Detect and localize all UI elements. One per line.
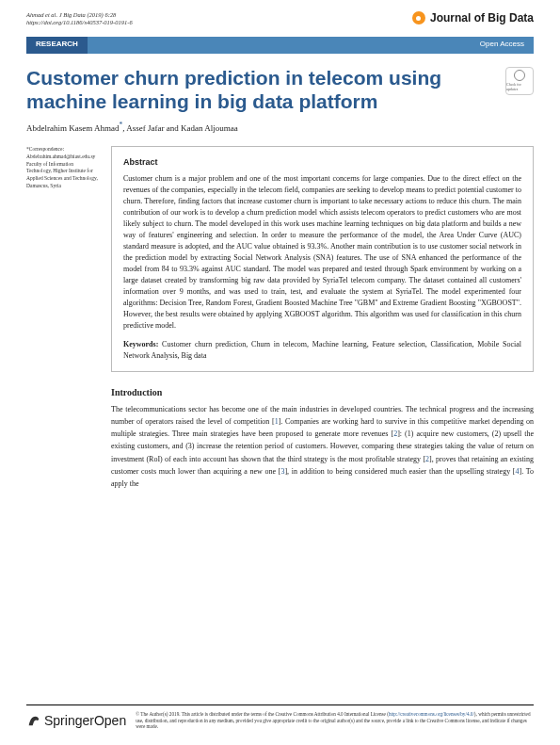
open-access-label: Open Access [88, 37, 534, 54]
content-column: Abstract Customer churn is a major probl… [111, 146, 534, 490]
springer-brand: SpringerOpen [26, 713, 126, 728]
doi: https://doi.org/10.1186/s40537-019-0191-… [26, 19, 133, 25]
springer-horse-icon [26, 713, 41, 728]
abstract-box: Abstract Customer churn is a major probl… [111, 146, 534, 372]
intro-heading: Introduction [111, 387, 534, 397]
corr-label: *Correspondence: [26, 146, 100, 154]
article-type: RESEARCH [26, 37, 88, 54]
journal-brand: Journal of Big Data [412, 11, 534, 24]
authors-rest: , Assef Jafar and Kadan Aljoumaa [122, 123, 237, 133]
citation: Ahmad et al. J Big Data (2019) 6:28 [26, 11, 116, 18]
article-title: Customer churn prediction in telecom usi… [26, 67, 496, 114]
affiliation: Faculty of Information Technology, Highe… [26, 161, 100, 190]
page-footer: SpringerOpen © The Author(s) 2019. This … [26, 705, 534, 730]
correspondence-sidebar: *Correspondence: Abdelrahim.ahmad@hiast.… [26, 146, 100, 490]
intro-paragraph: The telecommunications sector has become… [111, 403, 534, 490]
citation-block: Ahmad et al. J Big Data (2019) 6:28 http… [26, 11, 133, 27]
journal-logo-icon [412, 11, 425, 24]
cc-link[interactable]: http://creativecommons.org/licenses/by/4… [389, 711, 474, 717]
introduction-section: Introduction The telecommunications sect… [111, 387, 534, 490]
author-1: Abdelrahim Kasem Ahmad [26, 123, 119, 133]
journal-name: Journal of Big Data [430, 11, 534, 24]
title-row: Customer churn prediction in telecom usi… [0, 54, 560, 121]
license-text: © The Author(s) 2019. This article is di… [136, 711, 534, 730]
springer-text: SpringerOpen [44, 713, 126, 728]
abstract-heading: Abstract [123, 156, 521, 170]
keywords-line: Keywords: Customer churn prediction, Chu… [123, 339, 521, 362]
page-header: Ahmad et al. J Big Data (2019) 6:28 http… [0, 0, 560, 31]
keywords: Customer churn prediction, Churn in tele… [123, 340, 521, 360]
section-banner: RESEARCH Open Access [26, 37, 534, 54]
authors-line: Abdelrahim Kasem Ahmad*, Assef Jafar and… [0, 121, 560, 146]
keywords-label: Keywords: [123, 340, 158, 348]
abstract-text: Customer churn is a major problem and on… [123, 173, 521, 332]
main-columns: *Correspondence: Abdelrahim.ahmad@hiast.… [0, 146, 560, 490]
crossmark-badge[interactable]: Check for updates [505, 67, 534, 95]
corr-email: Abdelrahim.ahmad@hiast.edu.sy [26, 154, 100, 161]
